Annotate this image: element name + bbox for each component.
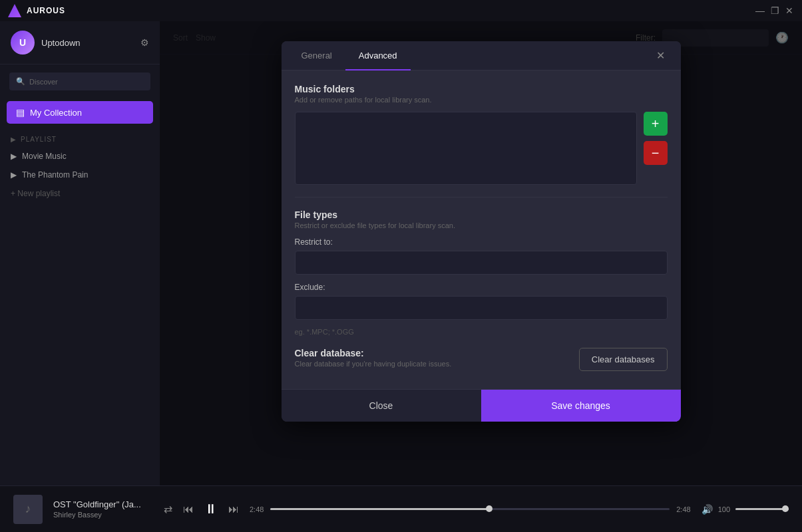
dialog-body: Music folders Add or remove paths for lo… xyxy=(282,70,681,389)
close-button[interactable]: Close xyxy=(282,390,481,422)
dialog-tabs: General Advanced ✕ xyxy=(282,41,681,70)
exclude-hint: eg. *.MPC; *.OGG xyxy=(295,328,668,336)
my-collection-label: My Collection xyxy=(30,108,82,118)
total-time: 2:48 xyxy=(676,505,690,513)
avatar: U xyxy=(11,31,35,55)
player-progress: 2:48 2:48 xyxy=(250,505,691,513)
exclude-label: Exclude: xyxy=(295,283,668,292)
gear-icon[interactable]: ⚙ xyxy=(140,37,149,48)
tab-advanced[interactable]: Advanced xyxy=(345,41,411,70)
close-button[interactable]: ✕ xyxy=(785,6,794,15)
dialog-footer: Close Save changes xyxy=(282,389,681,422)
playlist-item-label: Movie Music xyxy=(22,152,67,161)
volume-thumb xyxy=(782,505,789,512)
restore-button[interactable]: ❐ xyxy=(770,6,779,15)
collection-icon: ▤ xyxy=(16,107,25,118)
play-icon: ▶ xyxy=(11,152,17,161)
sidebar-item-phantom-pain[interactable]: ▶ The Phantom Pain xyxy=(0,166,160,184)
progress-track[interactable] xyxy=(270,508,670,510)
playlist-section-title: ▶ PLAYLIST xyxy=(0,126,160,147)
player-info: OST "Goldfinger" (Ja... Shirley Bassey xyxy=(53,499,153,519)
player-artist: Shirley Bassey xyxy=(53,511,153,519)
volume-track[interactable] xyxy=(735,508,789,510)
divider xyxy=(295,197,668,198)
file-types-desc: Restrict or exclude file types for local… xyxy=(295,221,668,229)
shuffle-button[interactable]: ⇄ xyxy=(164,503,172,515)
add-folder-button[interactable]: + xyxy=(644,112,668,136)
minimize-button[interactable]: — xyxy=(755,6,765,15)
player-track-title: OST "Goldfinger" (Ja... xyxy=(53,499,153,509)
progress-thumb xyxy=(486,505,493,512)
user-name: Uptodown xyxy=(41,38,134,48)
file-types-title: File types xyxy=(295,209,668,220)
player-bar: ♪ OST "Goldfinger" (Ja... Shirley Bassey… xyxy=(0,485,802,532)
clear-database-info: Clear database: Clear database if you're… xyxy=(295,348,452,376)
title-bar: AUROUS — ❐ ✕ xyxy=(0,0,802,21)
next-button[interactable]: ⏭ xyxy=(228,503,239,515)
search-icon: 🔍 xyxy=(16,77,25,86)
sidebar-search: 🔍 Discover xyxy=(0,65,160,98)
play-pause-button[interactable]: ⏸ xyxy=(204,501,218,517)
restrict-label: Restrict to: xyxy=(295,237,668,247)
player-volume: 🔊 100 xyxy=(702,504,789,515)
play-icon: ▶ xyxy=(11,170,17,180)
content-area: Sort Show Filter: 🕐 General Advanced ✕ xyxy=(160,21,802,485)
clear-database-desc: Clear database if you're having duplicat… xyxy=(295,360,452,368)
save-changes-button[interactable]: Save changes xyxy=(481,390,681,422)
clear-database-section: Clear database: Clear database if you're… xyxy=(295,348,668,376)
playlist-item-label: The Phantom Pain xyxy=(22,170,88,180)
sidebar-item-my-collection[interactable]: ▤ My Collection xyxy=(7,101,153,124)
previous-button[interactable]: ⏮ xyxy=(183,503,194,515)
dialog-close-button[interactable]: ✕ xyxy=(647,41,674,70)
title-bar-left: AUROUS xyxy=(8,4,65,17)
sidebar: U Uptodown ⚙ 🔍 Discover ▤ My Collection … xyxy=(0,21,160,485)
folders-row: + − xyxy=(295,112,668,185)
settings-dialog: General Advanced ✕ Music folders Add or … xyxy=(282,41,681,422)
player-controls: ⇄ ⏮ ⏸ ⏭ xyxy=(164,501,239,517)
player-thumbnail: ♪ xyxy=(13,495,43,524)
search-input-wrap[interactable]: 🔍 Discover xyxy=(9,72,150,90)
add-playlist-button[interactable]: + New playlist xyxy=(0,184,160,203)
restrict-input[interactable] xyxy=(295,251,668,275)
search-placeholder: Discover xyxy=(29,78,58,86)
folder-buttons: + − xyxy=(644,112,668,165)
progress-fill xyxy=(270,508,490,510)
current-time: 2:48 xyxy=(250,505,264,513)
main-layout: U Uptodown ⚙ 🔍 Discover ▤ My Collection … xyxy=(0,21,802,485)
folders-textarea[interactable] xyxy=(295,112,637,185)
app-logo-icon xyxy=(8,4,21,17)
exclude-input[interactable] xyxy=(295,296,668,320)
remove-folder-button[interactable]: − xyxy=(644,141,668,165)
sidebar-item-movie-music[interactable]: ▶ Movie Music xyxy=(0,147,160,166)
clear-database-title: Clear database: xyxy=(295,348,452,358)
clear-databases-button[interactable]: Clear databases xyxy=(579,348,668,371)
music-folders-desc: Add or remove paths for local library sc… xyxy=(295,96,668,104)
chevron-right-icon: ▶ xyxy=(11,136,17,143)
music-folders-title: Music folders xyxy=(295,84,668,94)
volume-value: 100 xyxy=(718,505,730,513)
tab-general[interactable]: General xyxy=(288,41,345,70)
title-bar-controls: — ❐ ✕ xyxy=(755,6,794,15)
volume-icon[interactable]: 🔊 xyxy=(702,504,713,515)
app-name: AUROUS xyxy=(27,6,65,15)
volume-fill xyxy=(735,508,789,510)
sidebar-user: U Uptodown ⚙ xyxy=(0,21,160,65)
